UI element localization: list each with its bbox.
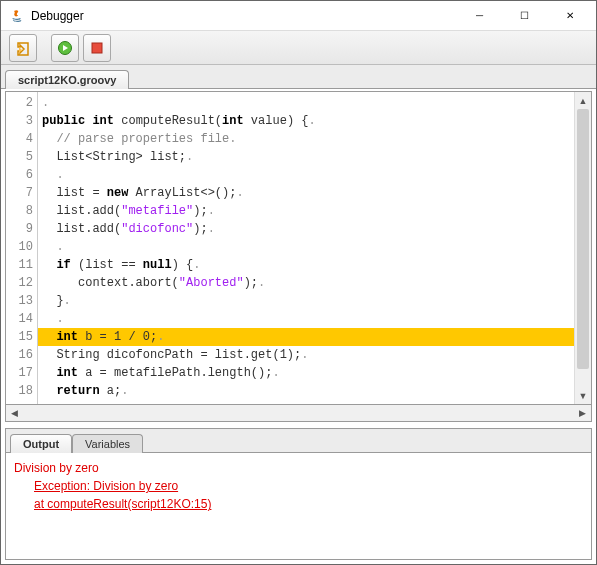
bottom-tabrow: Output Variables [6, 429, 591, 453]
code-line[interactable]: return a;. [38, 382, 574, 400]
code-line[interactable]: . [38, 94, 574, 112]
line-number: 6 [6, 166, 33, 184]
code-line[interactable]: . [38, 238, 574, 256]
line-number: 7 [6, 184, 33, 202]
code-line[interactable]: list.add("metafile");. [38, 202, 574, 220]
line-number: 8 [6, 202, 33, 220]
code-line[interactable]: . [38, 166, 574, 184]
line-number: 17 [6, 364, 33, 382]
tab-output[interactable]: Output [10, 434, 72, 453]
line-number: 18 [6, 382, 33, 400]
code-line[interactable]: String dicofoncPath = list.get(1);. [38, 346, 574, 364]
scroll-thumb[interactable] [577, 109, 589, 369]
horizontal-scrollbar[interactable]: ◀ ▶ [5, 405, 592, 422]
line-number: 16 [6, 346, 33, 364]
line-number: 14 [6, 310, 33, 328]
line-number: 13 [6, 292, 33, 310]
line-number: 15 [6, 328, 33, 346]
code-line[interactable]: public int computeResult(int value) {. [38, 112, 574, 130]
line-number: 9 [6, 220, 33, 238]
maximize-button[interactable]: ☐ [502, 2, 547, 30]
line-number: 12 [6, 274, 33, 292]
line-number: 3 [6, 112, 33, 130]
svg-rect-1 [92, 43, 102, 53]
scroll-up-icon[interactable]: ▲ [575, 92, 591, 109]
output-line: at computeResult(script12KO:15) [14, 495, 583, 513]
java-icon [9, 8, 25, 24]
line-number: 10 [6, 238, 33, 256]
line-number: 2 [6, 94, 33, 112]
run-button[interactable] [51, 34, 79, 62]
code-line[interactable]: int b = 1 / 0;. [38, 328, 574, 346]
editor-tabrow: script12KO.groovy [1, 65, 596, 89]
window-title: Debugger [31, 9, 457, 23]
code-line[interactable]: list = new ArrayList<>();. [38, 184, 574, 202]
scroll-down-icon[interactable]: ▼ [575, 387, 591, 404]
scroll-left-icon[interactable]: ◀ [6, 405, 23, 421]
output-line: Exception: Division by zero [14, 477, 583, 495]
line-number: 4 [6, 130, 33, 148]
code-line[interactable]: if (list == null) {. [38, 256, 574, 274]
toolbar [1, 31, 596, 65]
code-line[interactable]: . [38, 310, 574, 328]
stop-button[interactable] [83, 34, 111, 62]
code-line[interactable]: int a = metafilePath.length();. [38, 364, 574, 382]
output-line: Division by zero [14, 459, 583, 477]
code-line[interactable]: list.add("dicofonc");. [38, 220, 574, 238]
line-gutter: 23456789101112131415161718 [6, 92, 38, 404]
tab-script[interactable]: script12KO.groovy [5, 70, 129, 89]
code-line[interactable]: }. [38, 292, 574, 310]
step-button[interactable] [9, 34, 37, 62]
code-line[interactable]: context.abort("Aborted");. [38, 274, 574, 292]
minimize-button[interactable]: ─ [457, 2, 502, 30]
vertical-scrollbar[interactable]: ▲ ▼ [574, 92, 591, 404]
close-button[interactable]: ✕ [547, 2, 592, 30]
tab-variables[interactable]: Variables [72, 434, 143, 453]
output-console[interactable]: Division by zero Exception: Division by … [6, 453, 591, 559]
code-area[interactable]: .public int computeResult(int value) {. … [38, 92, 574, 404]
code-line[interactable]: List<String> list;. [38, 148, 574, 166]
line-number: 5 [6, 148, 33, 166]
bottom-panel: Output Variables Division by zero Except… [5, 428, 592, 560]
titlebar: Debugger ─ ☐ ✕ [1, 1, 596, 31]
scroll-right-icon[interactable]: ▶ [574, 405, 591, 421]
code-line[interactable]: // parse properties file. [38, 130, 574, 148]
code-editor[interactable]: 23456789101112131415161718 .public int c… [5, 91, 592, 405]
line-number: 11 [6, 256, 33, 274]
